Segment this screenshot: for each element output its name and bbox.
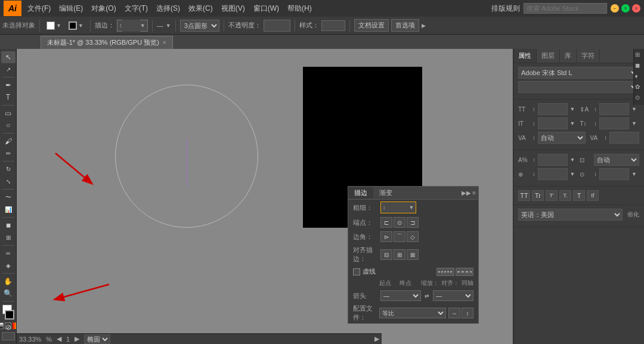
stock-search-input[interactable] bbox=[524, 3, 607, 14]
strip-icon-5[interactable]: ⊙ bbox=[635, 94, 643, 103]
panel-options-icon[interactable]: ≡ bbox=[472, 190, 476, 196]
optical-input[interactable]: 0 pt bbox=[538, 168, 568, 180]
stroke-width-field[interactable]: 2 pt bbox=[122, 20, 140, 32]
dashes-checkbox[interactable] bbox=[353, 268, 360, 275]
profile-select[interactable]: 等比 bbox=[379, 308, 446, 318]
menu-help[interactable]: 帮助(H) bbox=[284, 2, 315, 15]
screen-mode-btn[interactable] bbox=[2, 332, 15, 340]
prev-artboard[interactable]: ◀ bbox=[57, 335, 61, 343]
baseline-input[interactable]: 0% bbox=[538, 154, 568, 166]
glyph-tsup[interactable]: T' bbox=[546, 190, 558, 201]
glyph-t[interactable]: T bbox=[573, 190, 585, 201]
tool-pen[interactable]: ✒ bbox=[1, 79, 16, 91]
dash-box-2[interactable] bbox=[456, 268, 473, 276]
strip-icon-3[interactable]: ♦ bbox=[635, 73, 643, 81]
gradient-tab[interactable]: 渐变 bbox=[373, 187, 398, 199]
tool-gradient[interactable]: ◼ bbox=[1, 219, 16, 231]
weight-spinner-up[interactable]: ↕ bbox=[383, 204, 386, 210]
close-button[interactable]: × bbox=[632, 4, 640, 13]
weight-dropdown[interactable]: ▼ bbox=[409, 204, 414, 210]
tool-hand[interactable]: ✋ bbox=[1, 275, 16, 287]
document-tab[interactable]: 未标题-1* @ 33.33% (RGB/GPU 预览) × bbox=[41, 36, 173, 49]
tool-rotate[interactable]: ↻ bbox=[1, 163, 16, 175]
menu-window[interactable]: 窗口(W) bbox=[250, 2, 283, 15]
tool-brush[interactable]: 🖌 bbox=[1, 135, 16, 147]
tool-direct-select[interactable]: ↗ bbox=[1, 64, 16, 76]
tool-graph[interactable]: 📊 bbox=[1, 204, 16, 216]
menu-object[interactable]: 对象(O) bbox=[88, 2, 119, 15]
glyph-tlow[interactable]: T. bbox=[559, 190, 571, 201]
line-height-input[interactable]: 14.4 bbox=[599, 103, 629, 115]
cap-round-btn[interactable]: ⊙ bbox=[394, 217, 405, 228]
tool-zoom[interactable]: 🔍 bbox=[1, 288, 16, 300]
scroll-right[interactable]: ▶ bbox=[374, 335, 379, 343]
stroke-value-input[interactable]: ↕ 2 pt ▼ bbox=[117, 20, 148, 32]
kern-select[interactable]: 自动 bbox=[538, 132, 586, 144]
normal-mode-btn[interactable] bbox=[0, 323, 4, 329]
tool-blend[interactable]: ∞ bbox=[1, 247, 16, 259]
tool-symbol[interactable]: ◈ bbox=[1, 260, 16, 272]
arrowhead-end-select[interactable]: — bbox=[433, 290, 473, 301]
tool-pencil[interactable]: ✏ bbox=[1, 148, 16, 160]
glyph-tr[interactable]: Tr bbox=[532, 190, 544, 201]
weight-input-wrap[interactable]: ↕ 2 pt ▼ bbox=[380, 202, 416, 213]
font-family-select[interactable]: Adobe 宋体 Std L bbox=[518, 67, 639, 79]
toolbar-more-icon[interactable]: ▶ bbox=[422, 23, 426, 29]
arrow-swap-icon[interactable]: ⇄ bbox=[425, 293, 429, 299]
glyph-tt[interactable]: TT bbox=[518, 190, 530, 201]
none-mode-btn[interactable]: ⊘ bbox=[5, 323, 11, 329]
stroke-color-btn[interactable]: ▼ bbox=[66, 20, 86, 31]
tool-ellipse[interactable]: ○ bbox=[1, 120, 16, 132]
menu-effect[interactable]: 效果(C) bbox=[185, 2, 216, 15]
tool-scale[interactable]: ⤡ bbox=[1, 176, 16, 188]
rpanel-tab-character[interactable]: 字符 bbox=[577, 49, 600, 63]
align-outside-btn[interactable]: ⊠ bbox=[407, 249, 419, 260]
gradient-mode-btn[interactable] bbox=[13, 323, 17, 329]
menu-select[interactable]: 选择(S) bbox=[153, 2, 184, 15]
artboard-select[interactable]: 椭圆 bbox=[84, 334, 110, 344]
style-swatch[interactable] bbox=[321, 20, 345, 31]
tool-type[interactable]: T bbox=[1, 92, 16, 104]
opacity-input[interactable]: 100% bbox=[264, 20, 290, 32]
strip-icon-4[interactable]: ✿ bbox=[635, 83, 643, 92]
cap-butt-btn[interactable]: ⊏ bbox=[380, 217, 392, 228]
tool-warp[interactable]: 〜 bbox=[1, 191, 16, 203]
language-select[interactable]: 英语：美国 bbox=[518, 209, 623, 221]
strip-icon-1[interactable]: ⊞ bbox=[635, 51, 643, 60]
profile-flip-v[interactable]: ↕ bbox=[462, 308, 473, 318]
maximize-button[interactable]: + bbox=[621, 4, 630, 13]
stroke-swatch[interactable] bbox=[5, 310, 14, 320]
tab-close-button[interactable]: × bbox=[163, 39, 166, 46]
rpanel-tab-properties[interactable]: 属性 bbox=[513, 49, 537, 63]
rotate-input[interactable]: 0° bbox=[599, 168, 629, 180]
doc-settings-button[interactable]: 文档设置 bbox=[354, 19, 389, 32]
preferences-button[interactable]: 首选项 bbox=[391, 19, 419, 32]
rpanel-tab-libraries[interactable]: 库 bbox=[560, 49, 577, 63]
tracking-input[interactable]: 0 bbox=[609, 132, 639, 144]
menu-view[interactable]: 视图(V) bbox=[218, 2, 249, 15]
tool-select[interactable]: ↖ bbox=[1, 51, 16, 63]
auto-select[interactable]: 自动 bbox=[594, 154, 639, 166]
arrowhead-start-select[interactable]: — bbox=[380, 290, 421, 301]
font-size-input[interactable]: 12 pt bbox=[538, 103, 568, 115]
align-inside-btn[interactable]: ⊞ bbox=[394, 249, 405, 260]
minimize-button[interactable]: − bbox=[611, 4, 619, 13]
corner-miter-btn[interactable]: ⊳ bbox=[380, 231, 392, 242]
scale-h-input[interactable]: 100% bbox=[538, 117, 568, 129]
rpanel-tab-layers[interactable]: 图层 bbox=[537, 49, 560, 63]
menu-file[interactable]: 文件(F) bbox=[24, 2, 54, 15]
weight-input[interactable]: 2 pt bbox=[387, 204, 408, 211]
font-style-select[interactable] bbox=[518, 81, 639, 93]
menu-text[interactable]: 文字(T) bbox=[121, 2, 151, 15]
strip-icon-2[interactable]: ◼ bbox=[635, 62, 643, 70]
menu-edit[interactable]: 编辑(E) bbox=[55, 2, 86, 15]
glyph-tf[interactable]: tf bbox=[587, 190, 599, 201]
corner-round-btn[interactable]: ⌒ bbox=[394, 231, 405, 242]
dash-box-1[interactable] bbox=[436, 268, 454, 276]
fill-color-btn[interactable]: ▼ bbox=[44, 20, 64, 31]
canvas-area[interactable]: 描边 渐变 ▶▶ ≡ 粗细： ↕ 2 pt ▼ 端点： bbox=[17, 49, 513, 344]
next-artboard[interactable]: ▶ bbox=[75, 335, 79, 343]
cap-square-btn[interactable]: ⊐ bbox=[407, 217, 419, 228]
tool-mesh[interactable]: ⊞ bbox=[1, 232, 16, 244]
scale-v-input[interactable]: 100% bbox=[599, 117, 629, 129]
